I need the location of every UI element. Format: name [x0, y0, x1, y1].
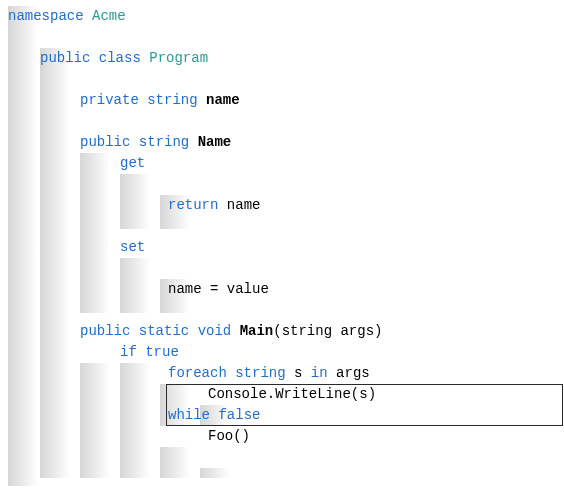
line-property: public string Name [8, 132, 564, 153]
kw-in: in [311, 365, 328, 381]
main-params: (string args) [273, 323, 382, 339]
get-expr: name [227, 197, 261, 213]
line-foreach-body: Console.WriteLine(s) [8, 384, 564, 405]
foreach-coll: args [336, 365, 370, 381]
main-name: Main [240, 323, 274, 339]
line-get-return: return name [8, 195, 564, 216]
class-name: Program [149, 50, 208, 66]
line-main: public static void Main(string args) [8, 321, 564, 342]
kw-field-type: string [147, 92, 197, 108]
kw-return: return [168, 197, 218, 213]
foreach-var: s [294, 365, 302, 381]
blank-line [8, 300, 564, 321]
while-body: Foo() [208, 428, 250, 444]
kw-get: get [120, 155, 145, 171]
kw-field-mods: private [80, 92, 139, 108]
kw-if: if [120, 344, 137, 360]
line-field: private string name [8, 90, 564, 111]
kw-foreach-type: string [235, 365, 285, 381]
kw-false: false [218, 407, 260, 423]
kw-class-mods: public class [40, 50, 141, 66]
blank-line [8, 69, 564, 90]
ns-name: Acme [92, 8, 126, 24]
line-set: set [8, 237, 564, 258]
blank-line [8, 174, 564, 195]
field-name: name [206, 92, 240, 108]
line-get: get [8, 153, 564, 174]
line-class: public class Program [8, 48, 564, 69]
kw-prop-type: string [139, 134, 189, 150]
foreach-body: Console.WriteLine(s) [208, 386, 376, 402]
kw-namespace: namespace [8, 8, 84, 24]
kw-set: set [120, 239, 145, 255]
blank-line [8, 111, 564, 132]
kw-true: true [145, 344, 179, 360]
blank-line [8, 216, 564, 237]
blank-line [8, 258, 564, 279]
line-set-body: name = value [8, 279, 564, 300]
line-namespace: namespace Acme [8, 6, 564, 27]
prop-name: Name [198, 134, 232, 150]
kw-main-ret: void [198, 323, 232, 339]
kw-prop-mods: public [80, 134, 130, 150]
line-while-body: Foo() [8, 426, 564, 447]
code-editor: namespace Acme public class Program priv… [0, 6, 564, 447]
set-expr: name = value [168, 281, 269, 297]
kw-main-mods: public static [80, 323, 189, 339]
line-if: if true [8, 342, 564, 363]
kw-foreach: foreach [168, 365, 227, 381]
blank-line [8, 27, 564, 48]
line-foreach: foreach string s in args [8, 363, 564, 384]
line-while: while false [8, 405, 564, 426]
kw-while: while [168, 407, 210, 423]
